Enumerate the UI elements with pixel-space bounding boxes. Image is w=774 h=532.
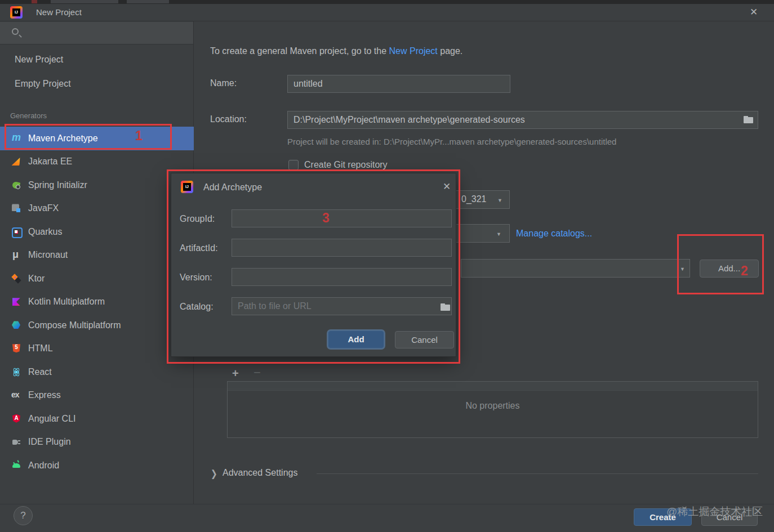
folder-browse-icon[interactable] [744,116,754,123]
title-bar: New Project ✕ [0,4,774,21]
help-button[interactable]: ? [14,506,33,525]
sidebar-item-new-project[interactable]: New Project [0,50,193,70]
manage-catalogs-link[interactable]: Manage catalogs... [516,229,592,239]
close-icon[interactable]: ✕ [443,182,451,191]
catalog-label: Catalog: [180,302,213,312]
sidebar-item-quarkus[interactable]: Quarkus [0,220,194,244]
sidebar-item-html[interactable]: HTML [0,337,194,361]
sidebar-item-compose-multiplatform[interactable]: Compose Multiplatform [0,314,194,337]
spring-icon [11,180,21,190]
properties-table: No properties [227,381,758,438]
window-title: New Project [36,7,82,17]
intellij-logo-icon [10,6,23,19]
sidebar-item-label: Kotlin Multiplatform [28,297,105,307]
sidebar-item-label: Compose Multiplatform [28,320,121,330]
maven-icon [11,133,21,144]
sidebar-item-ide-plugin[interactable]: IDE Plugin [0,431,194,454]
groupid-label: GroupId: [180,214,215,224]
version-label: Version: [180,272,212,283]
intro-text: To create a general Maven project, go to… [210,46,462,56]
git-repository-label: Create Git repository [304,160,388,170]
plugin-icon [11,437,21,447]
search-input[interactable] [0,22,193,44]
chevron-down-icon: ▼ [497,198,502,203]
new-project-window: New Project ✕ New Project Empty Project … [0,0,774,532]
sidebar-item-empty-project[interactable]: Empty Project [0,74,193,94]
add-property-icon[interactable]: + [232,368,243,379]
sidebar-item-label: Micronaut [28,250,68,260]
location-label: Location: [210,114,247,124]
sidebar-item-label: Ktor [28,274,45,284]
new-project-link[interactable]: New Project [389,46,438,56]
chevron-down-icon: ▼ [496,231,501,237]
jdk-dropdown-value: 0_321 [461,194,487,204]
close-icon[interactable]: ✕ [750,7,758,17]
sidebar: New Project Empty Project Generators Mav… [0,21,194,504]
kotlin-icon [11,297,21,307]
generator-list: Maven ArchetypeJakarta EESpring Initiali… [0,127,194,477]
intellij-logo-icon [181,181,193,193]
sidebar-item-label: Quarkus [28,227,62,237]
sidebar-item-react[interactable]: React [0,360,194,384]
watermark: @稀土掘金技术社区 [666,504,763,519]
micronaut-icon [11,250,21,260]
advanced-settings-toggle[interactable]: Advanced Settings [223,468,297,478]
location-hint: Project will be created in: D:\Project\M… [287,137,616,146]
artifactid-input[interactable] [232,239,452,257]
chevron-right-icon: ❯ [211,468,217,479]
sidebar-item-label: Spring Initializr [28,180,87,190]
folder-browse-icon[interactable] [441,303,451,311]
add-archetype-dialog: Add Archetype ✕ GroupId: ArtifactId: Ver… [171,173,456,357]
location-input[interactable] [287,111,758,129]
name-input[interactable] [287,75,510,93]
sidebar-item-micronaut[interactable]: Micronaut [0,244,194,267]
dialog-add-button[interactable]: Add [328,330,384,348]
sidebar-item-label: IDE Plugin [28,437,71,447]
sidebar-item-label: JavaFX [28,203,59,213]
sidebar-item-javafx[interactable]: JavaFX [0,197,194,221]
dialog-title: Add Archetype [203,182,262,193]
sidebar-item-angular-cli[interactable]: Angular CLI [0,407,194,431]
javafx-icon [11,203,21,213]
divider [0,504,774,504]
archetype-dropdown[interactable]: ▼ [461,259,690,278]
git-repository-checkbox[interactable] [288,160,299,170]
generators-section-label: Generators [10,111,47,120]
sidebar-item-label: React [28,367,52,377]
react-icon [11,367,21,377]
version-input[interactable] [232,268,452,286]
sidebar-item-android[interactable]: Android [0,454,194,477]
catalog-path-input[interactable] [232,297,452,315]
sidebar-item-label: Express [28,390,61,400]
sidebar-item-label: Maven Archetype [28,133,98,144]
html-icon [11,343,21,354]
sidebar-item-jakarta-ee[interactable]: Jakarta EE [0,150,194,174]
groupid-input[interactable] [232,209,452,227]
quarkus-icon [11,227,21,237]
sidebar-item-label: HTML [28,343,53,354]
sidebar-item-spring-initializr[interactable]: Spring Initializr [0,173,194,197]
sidebar-item-label: Jakarta EE [28,157,72,167]
sidebar-item-label: Angular CLI [28,414,76,424]
no-properties-text: No properties [228,401,758,411]
sidebar-item-express[interactable]: Express [0,384,194,408]
properties-table-header [228,382,758,391]
annotation-number-3: 3 [322,211,330,226]
ktor-icon [11,274,21,284]
add-archetype-button[interactable]: Add... [700,260,759,278]
sidebar-item-label: Android [28,461,59,471]
artifactid-label: ArtifactId: [180,243,218,253]
express-icon [11,390,21,400]
annotation-number-1: 1 [135,128,143,144]
sidebar-item-kotlin-multiplatform[interactable]: Kotlin Multiplatform [0,290,194,314]
jakarta-icon [11,157,21,167]
compose-icon [11,320,21,330]
sidebar-item-maven-archetype[interactable]: Maven Archetype [0,127,194,150]
sidebar-item-ktor[interactable]: Ktor [0,267,194,290]
remove-property-icon[interactable]: − [253,368,265,379]
search-icon [12,28,19,35]
angular-icon [11,414,21,424]
background-window-strip [0,0,774,4]
dialog-cancel-button[interactable]: Cancel [395,331,454,348]
annotation-number-2: 2 [741,263,748,279]
